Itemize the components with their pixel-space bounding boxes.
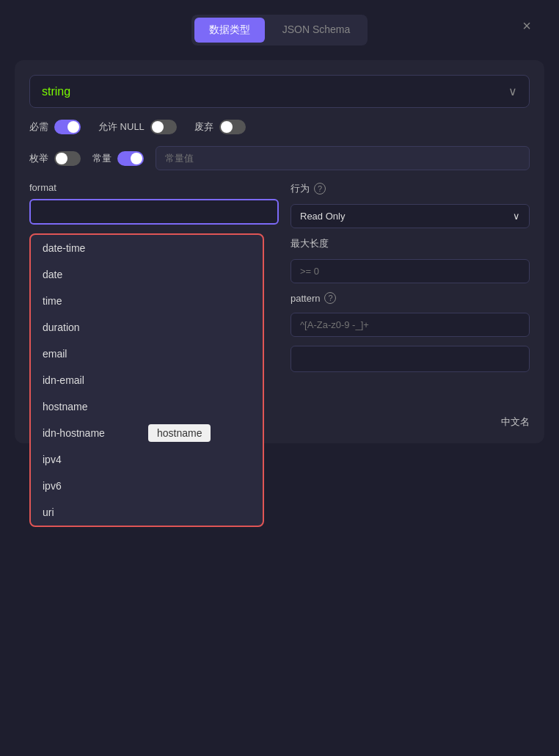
content-area: string ∨ 必需 允许 NULL 废弃 bbox=[15, 60, 544, 443]
deprecated-toggle-knob bbox=[221, 121, 233, 133]
modal-container: 数据类型 JSON Schema × string ∨ 必需 允许 NULL bbox=[0, 0, 559, 756]
pattern-label: pattern bbox=[291, 293, 320, 304]
type-value: string bbox=[42, 85, 70, 98]
pattern-label-group: pattern ? bbox=[291, 292, 530, 304]
toggle-row-1: 必需 允许 NULL 废弃 bbox=[29, 120, 530, 134]
constant-toggle-knob bbox=[131, 153, 142, 164]
extra-field bbox=[291, 346, 530, 372]
format-input[interactable] bbox=[29, 199, 279, 225]
behavior-select[interactable]: Read Only ∨ bbox=[291, 204, 530, 228]
enum-toggle-knob bbox=[56, 153, 67, 164]
tab-group: 数据类型 JSON Schema bbox=[191, 15, 368, 46]
dropdown-item-hostname[interactable]: hostname bbox=[31, 393, 263, 420]
toggle-row-2: 枚举 常量 bbox=[29, 146, 530, 170]
max-length-input[interactable] bbox=[291, 259, 530, 283]
allow-null-toggle-group: 允许 NULL bbox=[98, 120, 177, 134]
required-toggle-knob bbox=[67, 121, 79, 133]
pattern-input[interactable] bbox=[291, 313, 530, 337]
behavior-chevron-icon: ∨ bbox=[513, 211, 520, 222]
two-col-layout: format date-time date time duration emai… bbox=[29, 182, 530, 372]
left-column: format date-time date time duration emai… bbox=[29, 182, 279, 372]
dropdown-item-email[interactable]: email bbox=[31, 341, 263, 367]
deprecated-toggle[interactable] bbox=[219, 120, 246, 134]
required-toggle-group: 必需 bbox=[29, 120, 81, 134]
dropdown-item-idn-email[interactable]: idn-email bbox=[31, 367, 263, 393]
dropdown-item-ipv4[interactable]: ipv4 bbox=[31, 446, 263, 473]
hostname-tooltip: hostname bbox=[148, 424, 211, 442]
required-toggle[interactable] bbox=[54, 120, 81, 134]
tab-header: 数据类型 JSON Schema × bbox=[15, 15, 544, 46]
constant-value-input[interactable] bbox=[156, 146, 530, 170]
tab-json-schema[interactable]: JSON Schema bbox=[268, 18, 365, 43]
constant-toggle-group: 常量 bbox=[92, 151, 144, 166]
allow-null-label: 允许 NULL bbox=[98, 120, 145, 134]
type-chevron-icon: ∨ bbox=[508, 84, 517, 98]
constant-toggle[interactable] bbox=[117, 151, 144, 166]
pattern-help-icon[interactable]: ? bbox=[324, 292, 336, 304]
close-button[interactable]: × bbox=[516, 15, 537, 37]
tab-data-type[interactable]: 数据类型 bbox=[194, 18, 265, 43]
dropdown-item-duration[interactable]: duration bbox=[31, 314, 263, 341]
dropdown-item-time[interactable]: time bbox=[31, 288, 263, 314]
required-label: 必需 bbox=[29, 120, 48, 134]
behavior-value: Read Only bbox=[300, 211, 345, 222]
dropdown-item-date[interactable]: date bbox=[31, 261, 263, 288]
deprecated-label: 废弃 bbox=[194, 120, 213, 134]
type-selector[interactable]: string ∨ bbox=[29, 75, 530, 108]
format-dropdown: date-time date time duration email idn-e… bbox=[29, 233, 264, 527]
format-label: format bbox=[29, 182, 279, 193]
enum-label: 枚举 bbox=[29, 152, 48, 165]
deprecated-toggle-group: 废弃 bbox=[194, 120, 246, 134]
allow-null-toggle-knob bbox=[152, 121, 164, 133]
allow-null-toggle[interactable] bbox=[150, 120, 177, 134]
dropdown-item-ipv6[interactable]: ipv6 bbox=[31, 473, 263, 499]
enum-toggle-group: 枚举 bbox=[29, 151, 81, 166]
dropdown-item-idn-hostname[interactable]: idn-hostname hostname bbox=[31, 420, 263, 446]
dropdown-item-uri[interactable]: uri bbox=[31, 499, 263, 526]
behavior-label-group: 行为 ? bbox=[291, 182, 530, 195]
right-column: 行为 ? Read Only ∨ 最大长度 pattern ? bbox=[291, 182, 530, 372]
enum-toggle[interactable] bbox=[54, 151, 81, 166]
max-length-label: 最大长度 bbox=[291, 237, 530, 250]
behavior-help-icon[interactable]: ? bbox=[314, 183, 326, 195]
dropdown-item-date-time[interactable]: date-time bbox=[31, 235, 263, 261]
behavior-label: 行为 bbox=[291, 182, 310, 195]
constant-label: 常量 bbox=[92, 152, 112, 165]
